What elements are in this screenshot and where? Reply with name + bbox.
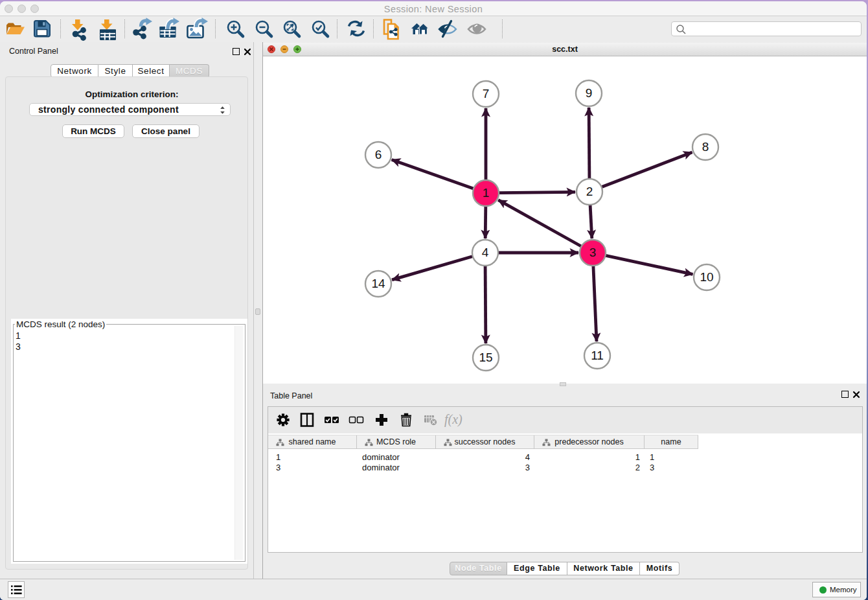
svg-text:10: 10 <box>700 270 713 284</box>
svg-text:7: 7 <box>483 87 490 100</box>
svg-text:9: 9 <box>586 86 593 100</box>
svg-text:4: 4 <box>482 246 489 259</box>
svg-text:1: 1 <box>483 186 490 200</box>
svg-text:14: 14 <box>371 277 385 290</box>
svg-text:15: 15 <box>479 351 492 364</box>
svg-text:8: 8 <box>702 140 709 154</box>
svg-text:2: 2 <box>586 185 593 198</box>
svg-text:11: 11 <box>591 349 604 362</box>
svg-text:3: 3 <box>589 246 597 259</box>
svg-text:6: 6 <box>375 148 382 161</box>
